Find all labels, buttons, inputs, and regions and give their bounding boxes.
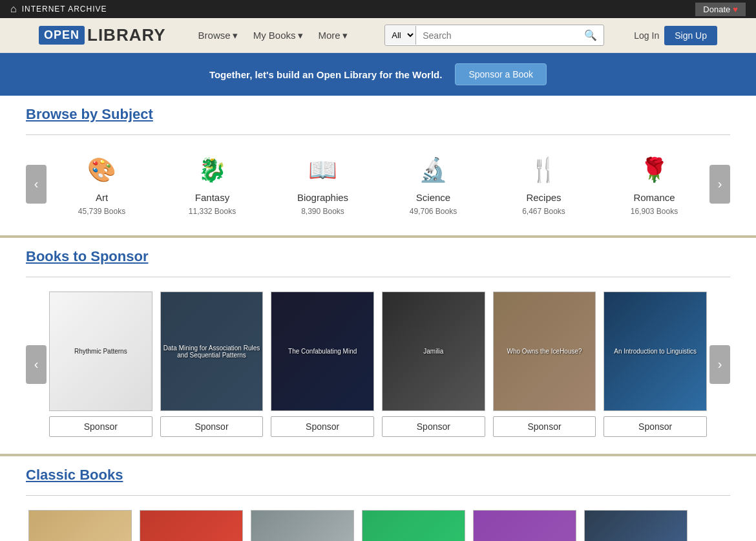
sponsor-carousel-next[interactable]: › (709, 345, 730, 384)
sponsor-button-3[interactable]: Sponsor (271, 416, 374, 437)
classic-book-3[interactable]: Satirae XVI (251, 510, 354, 541)
subject-romance[interactable]: 🌹 Romance 16,903 Books (616, 152, 693, 216)
banner-text: Together, let's build an Open Library fo… (209, 69, 443, 80)
books-to-sponsor-title[interactable]: Books to Sponsor (26, 248, 730, 265)
subject-science[interactable]: 🔬 Science 49,706 Books (395, 152, 472, 216)
classic-books-title[interactable]: Classic Books (26, 467, 730, 483)
search-icon: 🔍 (584, 30, 597, 41)
sponsor-book-title-4: Jamilia (421, 345, 446, 357)
classic-books-carousel: Peer Gynt - Henrik Ibsen Harry Potter Sa… (26, 506, 730, 541)
subject-science-name: Science (416, 192, 450, 203)
sponsor-book-title-2: Data Mining for Association Rules and Se… (161, 342, 263, 361)
sponsor-banner: Together, let's build an Open Library fo… (39, 53, 717, 96)
subjects-row: 🎨 Art 45,739 Books 🐉 Fantasy 11,332 Book… (47, 145, 709, 222)
classic-books-row: Peer Gynt - Henrik Ibsen Harry Potter Sa… (26, 506, 730, 541)
logo-library: LIBRARY (87, 25, 166, 45)
subject-biographies-name: Biographies (297, 192, 348, 203)
main-nav: Browse ▾ My Books ▾ More ▾ (192, 26, 354, 45)
donate-button[interactable]: Donate ♥ (695, 3, 746, 16)
subject-fantasy-count: 11,332 Books (189, 207, 236, 216)
recipes-icon: 🍴 (526, 152, 562, 188)
sponsor-book-cover-5: Who Owns the IceHouse? (493, 292, 596, 411)
sponsor-book-2: Data Mining for Association Rules and Se… (160, 292, 264, 437)
header: OPEN LIBRARY Browse ▾ My Books ▾ More ▾ … (0, 18, 756, 53)
sponsor-book-cover-1: Rhythmic Patterns (49, 292, 152, 411)
browse-by-subject-title[interactable]: Browse by Subject (26, 106, 730, 123)
sponsor-book-cover-2: Data Mining for Association Rules and Se… (160, 292, 264, 411)
subject-biographies[interactable]: 📖 Biographies 8,390 Books (284, 152, 362, 216)
sponsor-button-1[interactable]: Sponsor (49, 416, 152, 437)
classic-book-cover-6: Classic Book (584, 510, 688, 541)
sponsor-book-cover-4: Jamilia (382, 292, 485, 411)
sponsor-button-4[interactable]: Sponsor (382, 416, 485, 437)
sponsor-a-book-button[interactable]: Sponsor a Book (455, 63, 547, 85)
fantasy-icon: 🐉 (194, 152, 231, 188)
subject-art-name: Art (96, 192, 108, 203)
sponsor-book-cover-3: The Confabulating Mind (271, 292, 374, 411)
subject-art[interactable]: 🎨 Art 45,739 Books (63, 152, 141, 216)
art-icon: 🎨 (84, 152, 120, 188)
sponsor-books-row: Rhythmic Patterns Sponsor Data Mining fo… (47, 288, 709, 441)
subject-romance-count: 16,903 Books (631, 207, 678, 216)
sponsor-book-title-1: Rhythmic Patterns (72, 345, 130, 357)
signup-button[interactable]: Sign Up (664, 26, 717, 45)
classic-book-cover-5: A Wittie and Pleasant Comedie (473, 510, 576, 541)
sponsor-book-6: An Introduction to Linguistics Sponsor (604, 292, 707, 437)
subject-carousel-prev[interactable]: ‹ (26, 165, 47, 204)
nav-my-books[interactable]: My Books ▾ (247, 26, 310, 45)
nav-browse[interactable]: Browse ▾ (192, 26, 244, 45)
sponsor-book-4: Jamilia Sponsor (382, 292, 485, 437)
chevron-down-icon: ▾ (233, 30, 238, 41)
subject-biographies-count: 8,390 Books (301, 207, 344, 216)
classic-book-cover-4: Just So Stories - Rudyard Kipling (362, 510, 465, 541)
books-to-sponsor-section: Books to Sponsor ‹ Rhythmic Patterns Spo… (0, 238, 756, 454)
heart-icon: ♥ (733, 5, 738, 14)
sponsor-button-2[interactable]: Sponsor (160, 416, 264, 437)
login-button[interactable]: Log In (634, 30, 659, 41)
search-filter-select[interactable]: All (385, 26, 416, 45)
subject-art-count: 45,739 Books (78, 207, 125, 216)
main-scroll-area[interactable]: Browse by Subject ‹ 🎨 Art 45,739 Books 🐉… (0, 96, 756, 541)
internet-archive-label: INTERNET ARCHIVE (22, 5, 107, 14)
science-icon: 🔬 (415, 152, 452, 188)
classic-book-2[interactable]: Harry Potter (140, 510, 243, 541)
search-button[interactable]: 🔍 (578, 25, 604, 45)
subject-recipes[interactable]: 🍴 Recipes 6,467 Books (505, 152, 583, 216)
chevron-down-icon: ▾ (342, 30, 348, 41)
subject-recipes-count: 6,467 Books (522, 207, 565, 216)
top-bar-left: ⌂ INTERNET ARCHIVE (10, 3, 107, 15)
internet-archive-icon: ⌂ (10, 3, 17, 15)
sponsor-books-carousel: ‹ Rhythmic Patterns Sponsor Data Mining … (26, 288, 730, 441)
classic-book-cover-3: Satirae XVI (251, 510, 354, 541)
search-input[interactable] (416, 27, 578, 45)
sponsor-button-5[interactable]: Sponsor (493, 416, 596, 437)
nav-more[interactable]: More ▾ (312, 26, 354, 45)
biographies-icon: 📖 (305, 152, 341, 188)
classic-book-6[interactable]: Classic Book (584, 510, 688, 541)
browse-by-subject-section: Browse by Subject ‹ 🎨 Art 45,739 Books 🐉… (0, 96, 756, 235)
classic-book-cover-2: Harry Potter (140, 510, 243, 541)
sponsor-book-title-5: Who Owns the IceHouse? (504, 345, 584, 357)
logo-link[interactable]: OPEN LIBRARY (39, 25, 166, 45)
classic-book-1[interactable]: Peer Gynt - Henrik Ibsen (28, 510, 132, 541)
subject-science-count: 49,706 Books (410, 207, 457, 216)
sponsor-book-cover-6: An Introduction to Linguistics (604, 292, 707, 411)
sponsor-carousel-prev[interactable]: ‹ (26, 345, 47, 384)
subject-fantasy-name: Fantasy (195, 192, 229, 203)
sponsor-button-6[interactable]: Sponsor (604, 416, 707, 437)
classic-book-cover-1: Peer Gynt - Henrik Ibsen (28, 510, 132, 541)
search-bar: All 🔍 (384, 25, 604, 46)
sponsor-book-5: Who Owns the IceHouse? Sponsor (493, 292, 596, 437)
subject-carousel-next[interactable]: › (709, 165, 730, 204)
chevron-down-icon: ▾ (298, 30, 303, 41)
logo-open: OPEN (39, 26, 85, 45)
classic-books-section: Classic Books Peer Gynt - Henrik Ibsen H… (0, 456, 756, 541)
sponsor-book-title-3: The Confabulating Mind (286, 345, 359, 357)
classic-book-5[interactable]: A Wittie and Pleasant Comedie (473, 510, 576, 541)
subject-fantasy[interactable]: 🐉 Fantasy 11,332 Books (174, 152, 251, 216)
sponsor-book-title-6: An Introduction to Linguistics (611, 345, 699, 357)
romance-icon: 🌹 (636, 152, 673, 188)
subject-romance-name: Romance (633, 192, 675, 203)
subject-recipes-name: Recipes (526, 192, 561, 203)
classic-book-4[interactable]: Just So Stories - Rudyard Kipling (362, 510, 465, 541)
